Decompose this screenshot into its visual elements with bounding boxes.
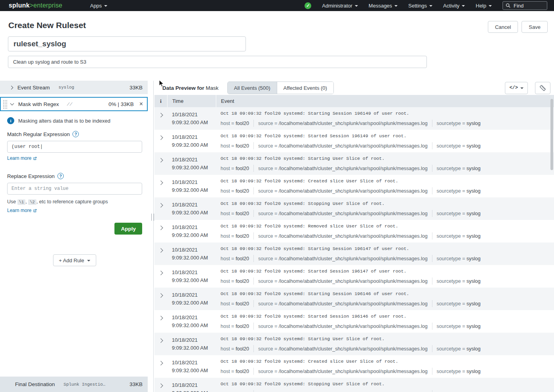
find-search-box[interactable]: [503, 1, 547, 10]
source-field[interactable]: source = /localhome/abath/cluster_shc/sp…: [258, 188, 428, 194]
event-time: 10/18/20219:09:32.000 AM: [167, 288, 216, 310]
metadata-divider: [432, 187, 432, 194]
expand-row-button[interactable]: [154, 288, 167, 310]
close-icon[interactable]: ×: [139, 101, 143, 107]
host-field[interactable]: host = fool20: [221, 233, 249, 239]
expand-row-button[interactable]: [154, 175, 167, 197]
host-field[interactable]: host = fool20: [221, 369, 249, 374]
masking-info-banner: i Masking alters data that is to be inde…: [7, 117, 142, 124]
sourcetype-field[interactable]: sourcetype = syslog: [437, 256, 481, 261]
expand-row-button[interactable]: [154, 152, 167, 175]
sourcetype-field[interactable]: sourcetype = syslog: [437, 278, 481, 284]
ruleset-description-input[interactable]: [8, 56, 427, 68]
tab-all-events[interactable]: All Events (500): [228, 82, 277, 94]
expand-row-button[interactable]: [154, 197, 167, 220]
expand-row-button[interactable]: [154, 130, 167, 152]
source-field[interactable]: source = /localhome/abath/cluster_shc/sp…: [258, 233, 428, 239]
source-field[interactable]: source = /localhome/abath/cluster_shc/sp…: [258, 324, 428, 329]
expand-row-button[interactable]: [154, 220, 167, 242]
expand-row-button[interactable]: [154, 242, 167, 265]
code-view-button[interactable]: </>: [505, 82, 528, 94]
messages-menu[interactable]: Messages: [369, 3, 398, 9]
event-time: 10/18/20219:09:32.000 AM: [167, 378, 216, 392]
event-time: 10/18/20219:09:32.000 AM: [167, 242, 216, 265]
expand-row-button[interactable]: [154, 355, 167, 378]
sourcetype-field[interactable]: sourcetype = syslog: [437, 346, 481, 352]
find-search-input[interactable]: [513, 2, 544, 9]
panel-resize-handle[interactable]: [151, 214, 154, 221]
expand-row-button[interactable]: [154, 378, 167, 392]
sourcetype-field[interactable]: sourcetype = syslog: [437, 166, 481, 171]
learn-more-link-replace[interactable]: Learn more: [7, 208, 37, 213]
source-field[interactable]: source = /localhome/abath/cluster_shc/sp…: [258, 278, 428, 284]
learn-more-link-match[interactable]: Learn more: [7, 155, 37, 161]
expand-row-button[interactable]: [154, 310, 167, 333]
page-title: Create New Ruleset: [8, 21, 86, 30]
host-field[interactable]: host = fool20: [221, 278, 249, 284]
host-field[interactable]: host = fool20: [221, 211, 249, 216]
mask-rule-label: Mask with Regex: [18, 101, 59, 107]
chevron-right-icon: [158, 225, 163, 230]
learn-more-text: Learn more: [7, 208, 31, 213]
add-rule-button[interactable]: + Add Rule: [53, 254, 97, 266]
host-field[interactable]: host = fool20: [221, 121, 249, 126]
sourcetype-field[interactable]: sourcetype = syslog: [437, 211, 481, 216]
host-field[interactable]: host = fool20: [221, 346, 249, 352]
sourcetype-field[interactable]: sourcetype = syslog: [437, 324, 481, 329]
host-field[interactable]: host = fool20: [221, 143, 249, 149]
final-destination-header[interactable]: Final Destination Splunk Ingestio… 33KB: [0, 377, 148, 392]
help-menu[interactable]: Help: [476, 3, 492, 9]
column-header-time[interactable]: Time: [167, 95, 216, 107]
help-icon[interactable]: ?: [57, 173, 64, 179]
tab-affected-events[interactable]: Affected Events (0): [277, 82, 333, 94]
match-regex-input[interactable]: [7, 141, 142, 153]
cancel-button[interactable]: Cancel: [488, 21, 518, 33]
host-field[interactable]: host = fool20: [221, 166, 249, 171]
source-field[interactable]: source = /localhome/abath/cluster_shc/sp…: [258, 346, 428, 352]
source-field[interactable]: source = /localhome/abath/cluster_shc/sp…: [258, 121, 428, 126]
host-field[interactable]: host = fool20: [221, 301, 249, 307]
expand-row-button[interactable]: [154, 265, 167, 288]
activity-menu[interactable]: Activity: [443, 3, 465, 9]
expand-row-button[interactable]: [154, 107, 167, 130]
ruleset-name-input[interactable]: [8, 36, 246, 51]
source-field[interactable]: source = /localhome/abath/cluster_shc/sp…: [258, 143, 428, 149]
apply-button[interactable]: Apply: [114, 223, 142, 235]
settings-menu[interactable]: Settings: [408, 3, 432, 9]
event-metadata: host = fool20source = /localhome/abath/c…: [221, 278, 554, 284]
measure-button[interactable]: [535, 82, 550, 94]
source-field[interactable]: source = /localhome/abath/cluster_shc/sp…: [258, 211, 428, 216]
event-clock-text: 9:09:32.000 AM: [172, 254, 216, 262]
source-field[interactable]: source = /localhome/abath/cluster_shc/sp…: [258, 369, 428, 374]
sourcetype-field[interactable]: sourcetype = syslog: [437, 188, 481, 194]
sourcetype-field[interactable]: sourcetype = syslog: [437, 369, 481, 374]
drag-handle-icon[interactable]: [2, 99, 7, 109]
host-field[interactable]: host = fool20: [221, 188, 249, 194]
help-icon[interactable]: ?: [72, 131, 79, 137]
expand-row-button[interactable]: [154, 333, 167, 355]
host-field[interactable]: host = fool20: [221, 256, 249, 261]
source-field[interactable]: source = /localhome/abath/cluster_shc/sp…: [258, 256, 428, 261]
administrator-menu[interactable]: Administrator: [322, 3, 358, 9]
sourcetype-field[interactable]: sourcetype = syslog: [437, 301, 481, 307]
column-header-event[interactable]: Event: [216, 95, 554, 107]
event-stream-header[interactable]: Event Stream syslog 33KB: [0, 81, 148, 94]
source-field[interactable]: source = /localhome/abath/cluster_shc/sp…: [258, 301, 428, 307]
source-field[interactable]: source = /localhome/abath/cluster_shc/sp…: [258, 166, 428, 171]
health-status-icon[interactable]: ✓: [305, 2, 311, 9]
sourcetype-field[interactable]: sourcetype = syslog: [437, 121, 481, 126]
splunk-logo[interactable]: splunk>enterprise: [9, 2, 62, 9]
event-time: 10/18/20219:09:32.000 AM: [167, 107, 216, 130]
sourcetype-field[interactable]: sourcetype = syslog: [437, 233, 481, 239]
sourcetype-field[interactable]: sourcetype = syslog: [437, 143, 481, 149]
host-field[interactable]: host = fool20: [221, 324, 249, 329]
metadata-divider: [253, 165, 254, 172]
vertical-scrollbar-thumb[interactable]: [550, 99, 553, 170]
apps-menu[interactable]: Apps: [90, 3, 107, 9]
event-clock-text: 9:09:32.000 AM: [172, 186, 216, 194]
capture-group-1-chip: \1: [17, 199, 26, 205]
save-button[interactable]: Save: [522, 21, 548, 33]
replace-expression-input[interactable]: [7, 183, 142, 195]
mask-rule-header[interactable]: Mask with Regex // 0% | 33KB ×: [0, 97, 148, 111]
header-actions: Cancel Save: [488, 21, 548, 33]
